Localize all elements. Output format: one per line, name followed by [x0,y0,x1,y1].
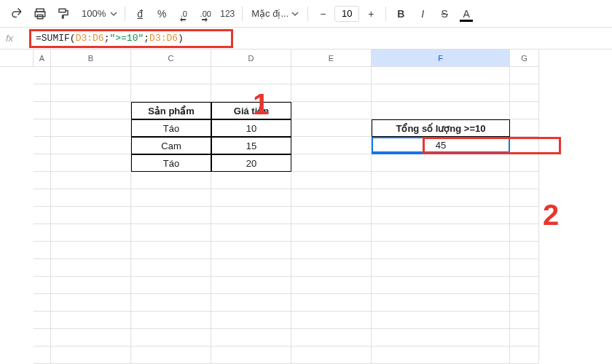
separator [125,7,125,21]
col-header-f[interactable]: F [372,50,510,67]
separator [242,7,243,21]
col-header-e[interactable]: E [291,50,372,67]
font-name: Mặc đị... [251,8,289,19]
cell-d4[interactable]: 10 [211,119,291,137]
zoom-value: 100% [79,8,109,19]
formula-bar: fx =SUMIF(D3:D6; ">=10"; D3:D6) [0,28,612,50]
cell-c4[interactable]: Táo [131,119,211,137]
col-header-d[interactable]: D [211,50,291,67]
cell-d6[interactable]: 20 [211,154,291,172]
col-header-b[interactable]: B [51,50,131,67]
cell-c5[interactable]: Cam [131,137,211,154]
corner-select[interactable] [0,50,34,67]
toolbar: 100% đ % .0 .00 123 Mặc đị... − + B I S … [0,0,612,28]
cell-f5-active[interactable]: 45 [372,137,510,154]
cell-d3[interactable]: Giá tiền [211,102,291,119]
strike-button[interactable]: S [434,4,455,24]
percent-button[interactable]: % [152,4,172,24]
font-size-input[interactable] [334,6,359,22]
separator [307,7,308,21]
increase-decimal-button[interactable]: .00 [195,4,216,24]
chevron-down-icon [110,10,117,17]
separator [385,7,386,21]
cell-c6[interactable]: Táo [131,154,211,172]
col-header-c[interactable]: C [131,50,211,67]
increase-font-button[interactable]: + [361,4,381,24]
bold-button[interactable]: B [391,4,411,24]
col-header-g[interactable]: G [510,50,539,67]
decrease-font-button[interactable]: − [313,4,333,24]
cell-c3[interactable]: Sản phẩm [131,102,211,119]
text-color-button[interactable]: A [456,4,476,24]
italic-button[interactable]: I [412,4,433,24]
decrease-decimal-button[interactable]: .0 [173,4,194,24]
rows: Sản phẩm Giá tiền Táo 10 Tổng số lượng >… [0,67,612,364]
number-format-button[interactable]: 123 [217,4,238,24]
svg-rect-3 [59,9,66,12]
font-select[interactable]: Mặc đị... [247,8,303,19]
font-size-group: − + [313,4,381,24]
column-headers: A B C D E F G [0,50,612,67]
paint-format-button[interactable] [52,3,74,25]
print-button[interactable] [29,3,51,25]
spreadsheet-grid[interactable]: A B C D E F G Sản phẩm Giá tiền Táo 10 T… [0,50,612,364]
currency-button[interactable]: đ [130,4,150,24]
svg-rect-1 [35,12,45,17]
cell-f4[interactable]: Tổng số lượng >=10 [372,119,510,137]
fx-icon: fx [6,33,23,44]
zoom-select[interactable]: 100% [76,8,120,19]
chevron-down-icon [291,10,299,17]
col-header-a[interactable]: A [34,50,51,67]
formula-input[interactable]: =SUMIF(D3:D6; ">=10"; D3:D6) [29,29,233,48]
cell-d5[interactable]: 15 [211,137,291,154]
redo-button[interactable] [6,3,28,25]
